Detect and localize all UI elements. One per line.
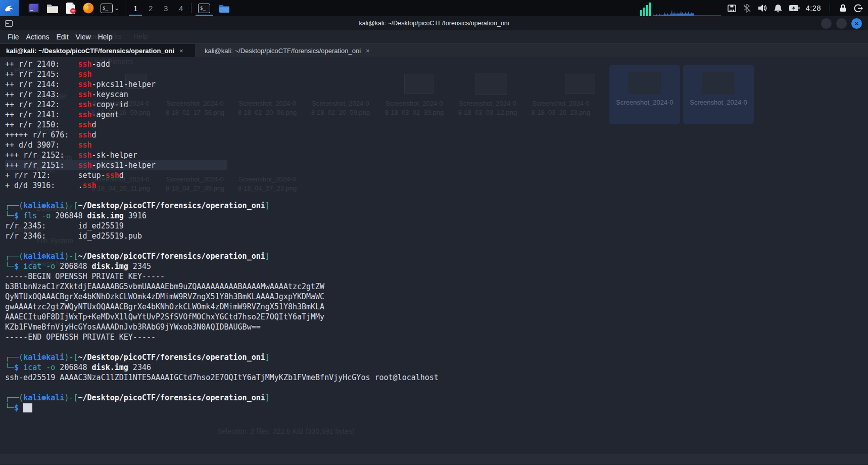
ghost-selected-file: Screenshot_2024-0: [683, 65, 754, 124]
terminal-line: +++++ r/r 676: sshd: [5, 130, 439, 140]
terminal-line: ++ r/r 2145: ssh: [5, 69, 439, 79]
tab-1[interactable]: kali@kali: ~/Desktop/picoCTF/forensics/o…: [0, 44, 195, 57]
taskbar-terminal-window[interactable]: $_: [194, 0, 214, 16]
terminal-line: [5, 191, 439, 201]
tab-2[interactable]: kali@kali: ~/Desktop/picoCTF/forensics/o…: [199, 44, 394, 57]
terminal-line: └─$ fls -o 206848 disk.img 3916: [5, 211, 439, 221]
system-monitor-graph[interactable]: [640, 0, 721, 16]
window-controls: ×: [821, 18, 868, 29]
logout-icon[interactable]: [853, 4, 863, 13]
panel-launchers: $_ ⌄ 1 2 3 4 $_: [0, 0, 234, 16]
terminal-line: b3BlbnNzaC1rZXktdjEAAAAABG5vbmUAAAAEbm9u…: [5, 282, 439, 292]
menu-actions[interactable]: Actions: [23, 33, 53, 41]
terminal-line: +++ r/r 2152: ssh-sk-helper: [5, 150, 439, 160]
system-tray: 4:28: [640, 0, 868, 16]
chevron-down-icon[interactable]: ⌄: [114, 5, 119, 12]
firefox-icon: [82, 2, 94, 14]
workspace-4[interactable]: 4: [173, 0, 188, 16]
terminal-line: ┌──(kali⊛kali)-[~/Desktop/picoCTF/forens…: [5, 251, 439, 261]
kali-menu-button[interactable]: [0, 0, 19, 16]
folder-icon: [46, 3, 59, 14]
taskbar-file-manager-window[interactable]: [214, 0, 234, 16]
terminal-line: + d/d 3916: .ssh: [5, 180, 439, 191]
terminal-line: ┌──(kali⊛kali)-[~/Desktop/picoCTF/forens…: [5, 393, 439, 403]
terminal-icon: $_: [198, 4, 210, 13]
lock-screen-icon[interactable]: [839, 4, 847, 13]
maximize-button[interactable]: [836, 18, 847, 29]
workspace-3[interactable]: 3: [158, 0, 173, 16]
volume-icon[interactable]: [757, 4, 767, 13]
tab-label: kali@kali: ~/Desktop/picoCTF/forensics/o…: [205, 47, 361, 55]
terminal-line: AAAECItu0F8DIjWxTp+KeMDvX1lQwYtUvP2SfSVO…: [5, 312, 439, 322]
blue-folder-icon: [218, 3, 230, 13]
panel-separator: [125, 3, 125, 13]
terminal-line: [5, 241, 439, 251]
terminal-line: ++ r/r 2140: ssh-add: [5, 59, 439, 69]
terminal-line: +++ r/r 2151: ssh-pkcs11-helper: [5, 160, 439, 170]
terminal-text: ++ r/r 2140: ssh-add++ r/r 2145: ssh++ r…: [5, 59, 439, 413]
tab-label: kali@kali: ~/Desktop/picoCTF/forensics/o…: [6, 47, 174, 55]
battery-charging-icon[interactable]: [789, 5, 800, 12]
terminal-line: QyNTUxOQAAACBgrXe4bKNhOzkCLWOmk4zDMimW9R…: [5, 292, 439, 302]
ghost-file-label: Screenshot_2024-08-18_03_03_12.png: [455, 99, 520, 117]
ghost-file-label: Screenshot_2024-08-18_03_20_23.png: [528, 99, 594, 117]
text-editor-launcher[interactable]: [62, 0, 79, 16]
ghost-thumbnail: [565, 74, 595, 94]
kali-dragon-icon: [4, 2, 16, 14]
panel-separator: [22, 3, 22, 13]
terminal-line: KZb1FVmeBfnVjyHcGYosAAAADnJvb3RAbG9jYWxo…: [5, 322, 439, 332]
window-title: kali@kali: ~/Desktop/picoCTF/forensics/o…: [0, 20, 868, 27]
panel-clock[interactable]: 4:28: [806, 4, 821, 12]
workspace-2[interactable]: 2: [143, 0, 158, 16]
panel-separator: [830, 3, 830, 13]
terminal-line: r/r 2345: id_ed25519: [5, 221, 439, 231]
terminal-line: + r/r 712: setup-sshd: [5, 170, 439, 180]
terminal-window: kali@kali: ~/Desktop/picoCTF/forensics/o…: [0, 16, 868, 465]
ghost-thumbnail: [475, 73, 507, 95]
terminal-line: ++ d/d 3907: ssh: [5, 140, 439, 150]
titlebar[interactable]: kali@kali: ~/Desktop/picoCTF/forensics/o…: [0, 16, 868, 30]
terminal-line: └─$ icat -o 206848 disk.img 2346: [5, 362, 439, 373]
panel-separator: [191, 3, 191, 13]
terminal-line: ++ r/r 2150: sshd: [5, 120, 439, 130]
workspace-1[interactable]: 1: [128, 0, 143, 16]
terminal-line: [5, 342, 439, 352]
bluetooth-disabled-icon[interactable]: [743, 4, 751, 13]
ghost-statusbar-band: [0, 454, 868, 464]
menubar: File Actions Edit View Help Bookmarks He…: [0, 30, 868, 43]
ghost-menu-text: Bookmarks: [86, 32, 121, 40]
terminal-viewport[interactable]: kali PicturesPlacesComputerRecentTrashDo…: [0, 57, 868, 465]
ghost-statusbar-text: Selection: 2 files: 322.8 KiB (330,591 b…: [217, 427, 355, 435]
terminal-line: -----END OPENSSH PRIVATE KEY-----: [5, 332, 439, 342]
terminal-line: ┌──(kali⊛kali)-[~/Desktop/picoCTF/forens…: [5, 201, 439, 211]
terminal-line: [5, 383, 439, 393]
top-panel: $_ ⌄ 1 2 3 4 $_: [0, 0, 868, 16]
tab-close-icon[interactable]: ×: [179, 47, 183, 55]
ghost-menu-text: Help: [133, 32, 148, 40]
terminal-launcher[interactable]: $_ ⌄: [98, 0, 122, 16]
menu-edit[interactable]: Edit: [53, 33, 72, 41]
terminal-line: ssh-ed25519 AAAAC3NzaC1lZDI1NTE5AAAAIGCt…: [5, 373, 439, 383]
ghost-selected-file: Screenshot_2024-0: [609, 65, 680, 124]
terminal-line: └─$ icat -o 206848 disk.img 2345: [5, 261, 439, 271]
terminal-line: gwAAAAtzc2gtZWQyNTUxOQAAACBgrXe4bKNhOzkC…: [5, 302, 439, 312]
menu-file[interactable]: File: [4, 33, 23, 41]
file-manager-launcher[interactable]: [43, 0, 62, 16]
minimize-button[interactable]: [821, 18, 832, 29]
tabbar: kali@kali: ~/Desktop/picoCTF/forensics/o…: [0, 43, 868, 57]
screenshot-app-icon: [28, 3, 40, 14]
ethernet-icon[interactable]: [727, 4, 737, 13]
screenshot-app-launcher[interactable]: [25, 0, 43, 16]
tab-close-icon[interactable]: ×: [366, 47, 370, 55]
terminal-line: -----BEGIN OPENSSH PRIVATE KEY-----: [5, 271, 439, 282]
firefox-launcher[interactable]: [79, 0, 98, 16]
terminal-line: ++ r/r 2144: ssh-pkcs11-helper: [5, 79, 439, 89]
close-button[interactable]: ×: [851, 18, 862, 29]
terminal-line: ┌──(kali⊛kali)-[~/Desktop/picoCTF/forens…: [5, 352, 439, 362]
terminal-line: r/r 2346: id_ed25519.pub: [5, 231, 439, 241]
terminal-icon: $_: [101, 4, 113, 13]
terminal-line: └─$: [5, 403, 439, 413]
notifications-bell-icon[interactable]: [774, 4, 783, 13]
terminal-line: ++ r/r 2143: ssh-keyscan: [5, 89, 439, 100]
terminal-line: ++ r/r 2142: ssh-copy-id: [5, 100, 439, 110]
